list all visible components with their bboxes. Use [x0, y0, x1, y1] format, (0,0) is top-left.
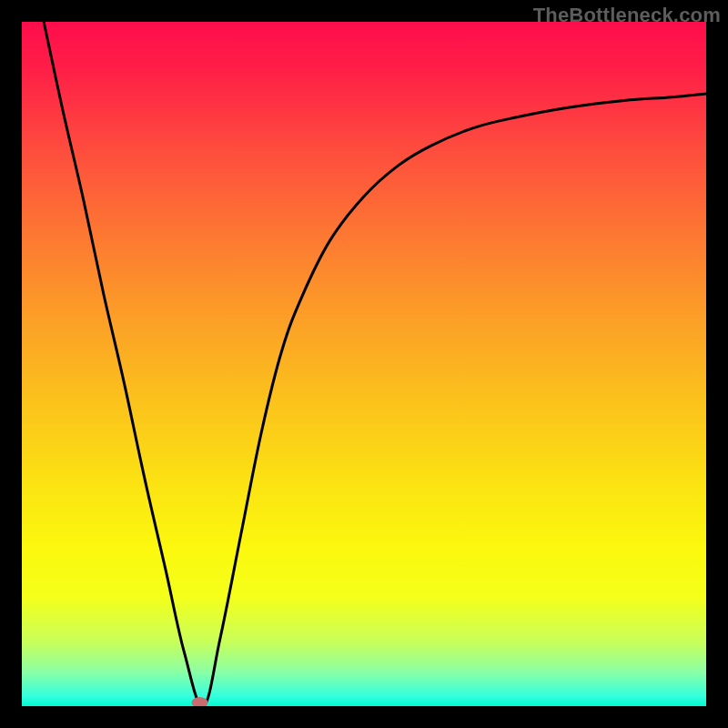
chart-frame	[22, 22, 706, 706]
gradient-background	[22, 22, 706, 706]
watermark-text: TheBottleneck.com	[533, 4, 721, 27]
chart-svg	[22, 22, 706, 706]
